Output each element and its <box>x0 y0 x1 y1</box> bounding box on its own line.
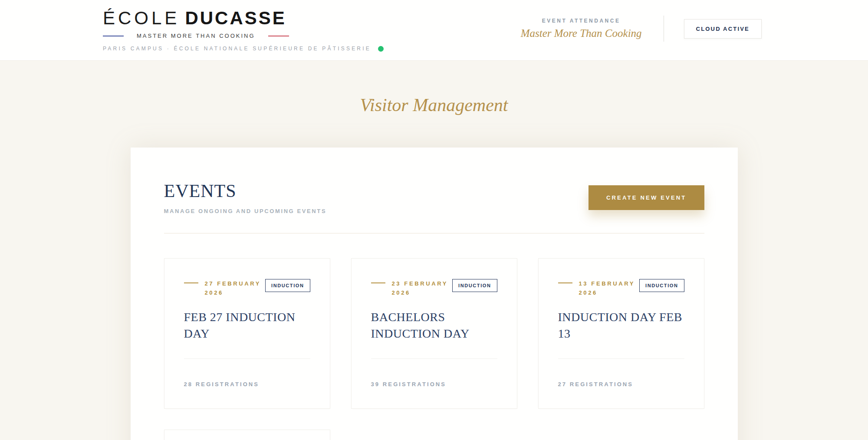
main-content: Visitor Management EVENTS MANAGE ONGOING… <box>0 95 868 440</box>
tagline-red-line <box>268 36 289 36</box>
event-date-group: 23 FEBRUARY 2026 <box>371 279 449 297</box>
card-top-row: 27 FEBRUARY 2026 INDUCTION <box>184 279 310 297</box>
events-heading: EVENTS <box>164 181 327 201</box>
app-tagline: Master More Than Cooking <box>521 27 642 39</box>
event-card[interactable]: 13 FEBRUARY 2026 INDUCTION INDUCTION DAY… <box>538 258 704 409</box>
site-header: ÉCOLE DUCASSE MASTER MORE THAN COOKING P… <box>0 0 868 61</box>
event-type-badge: INDUCTION <box>639 279 684 292</box>
brand-logo: ÉCOLE DUCASSE MASTER MORE THAN COOKING P… <box>103 8 384 52</box>
events-grid: 27 FEBRUARY 2026 INDUCTION FEB 27 INDUCT… <box>164 258 704 440</box>
event-title: INDUCTION DAY FEB 13 <box>558 309 684 358</box>
gold-dash-icon <box>184 282 198 283</box>
brand-tagline-text: MASTER MORE THAN COOKING <box>137 33 255 39</box>
header-vertical-divider <box>664 16 664 42</box>
campus-text: PARIS CAMPUS · ÉCOLE NATIONALE SUPÉRIEUR… <box>103 46 371 52</box>
event-registrations: 39 REGISTRATIONS <box>371 381 497 387</box>
brand-name-light: ÉCOLE <box>103 8 180 29</box>
gold-dash-icon <box>371 282 385 283</box>
card-divider <box>371 358 497 359</box>
event-title: FEB 27 INDUCTION DAY <box>184 309 310 358</box>
cloud-active-button[interactable]: CLOUD ACTIVE <box>684 19 762 39</box>
event-date: 23 FEBRUARY 2026 <box>392 279 449 297</box>
card-top-row: 13 FEBRUARY 2026 INDUCTION <box>558 279 684 297</box>
card-divider <box>558 358 684 359</box>
event-type-badge: INDUCTION <box>452 279 497 292</box>
events-subheading: MANAGE ONGOING AND UPCOMING EVENTS <box>164 208 327 214</box>
campus-line: PARIS CAMPUS · ÉCOLE NATIONALE SUPÉRIEUR… <box>103 46 384 52</box>
page-title: Visitor Management <box>0 95 868 115</box>
tagline-blue-line <box>103 36 124 36</box>
card-divider <box>184 358 310 359</box>
header-right: EVENT ATTENDANCE Master More Than Cookin… <box>521 16 762 42</box>
app-label: EVENT ATTENDANCE <box>521 18 642 24</box>
card-top-row: 23 FEBRUARY 2026 INDUCTION <box>371 279 497 297</box>
event-card-partial[interactable] <box>164 430 330 440</box>
event-date-group: 13 FEBRUARY 2026 <box>558 279 636 297</box>
gold-dash-icon <box>558 282 572 283</box>
events-heading-group: EVENTS MANAGE ONGOING AND UPCOMING EVENT… <box>164 181 327 214</box>
event-date: 27 FEBRUARY 2026 <box>205 279 262 297</box>
event-date-group: 27 FEBRUARY 2026 <box>184 279 262 297</box>
status-dot-icon <box>378 46 384 52</box>
event-date: 13 FEBRUARY 2026 <box>579 279 636 297</box>
event-card[interactable]: 23 FEBRUARY 2026 INDUCTION BACHELORS IND… <box>351 258 517 409</box>
panel-divider <box>164 233 704 233</box>
events-panel: EVENTS MANAGE ONGOING AND UPCOMING EVENT… <box>131 148 738 440</box>
event-registrations: 28 REGISTRATIONS <box>184 381 310 387</box>
event-card[interactable]: 27 FEBRUARY 2026 INDUCTION FEB 27 INDUCT… <box>164 258 330 409</box>
brand-tagline: MASTER MORE THAN COOKING <box>103 33 384 39</box>
create-new-event-button[interactable]: CREATE NEW EVENT <box>589 185 704 210</box>
event-type-badge: INDUCTION <box>265 279 310 292</box>
event-registrations: 27 REGISTRATIONS <box>558 381 684 387</box>
events-panel-header: EVENTS MANAGE ONGOING AND UPCOMING EVENT… <box>164 181 704 214</box>
app-identity: EVENT ATTENDANCE Master More Than Cookin… <box>521 18 642 39</box>
brand-name-bold: DUCASSE <box>185 8 286 29</box>
brand-name: ÉCOLE DUCASSE <box>103 8 384 29</box>
event-title: BACHELORS INDUCTION DAY <box>371 309 497 358</box>
